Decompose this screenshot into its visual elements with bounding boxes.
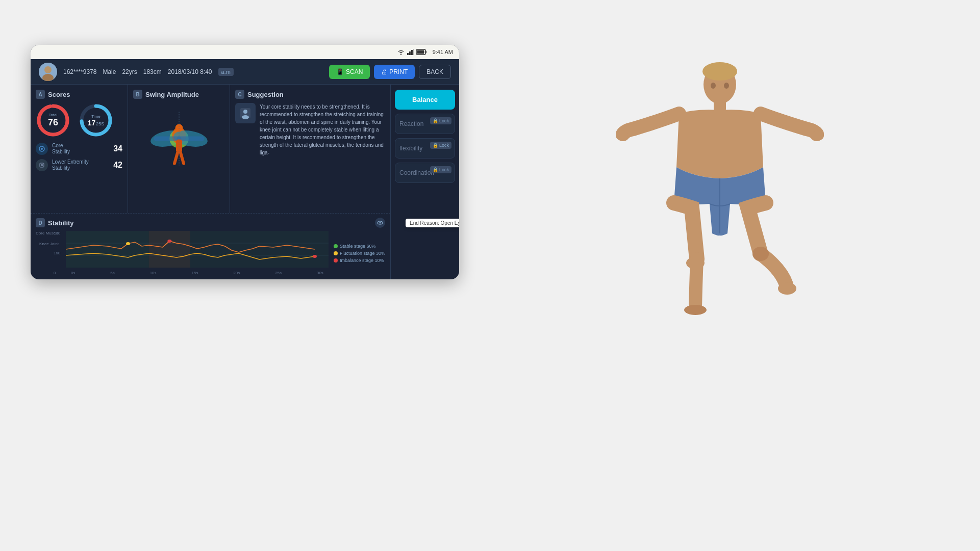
svg-rect-37 <box>66 231 149 268</box>
height: 183cm <box>143 68 162 75</box>
svg-point-16 <box>41 148 43 150</box>
legend-stable: Stable stage 60% <box>334 244 385 249</box>
print-button[interactable]: 🖨 PRINT <box>374 65 415 79</box>
svg-point-0 <box>400 54 401 55</box>
svg-rect-3 <box>411 50 413 55</box>
header-buttons: 📱 SCAN 🖨 PRINT BACK <box>329 65 451 79</box>
status-icons <box>397 49 428 55</box>
gender: Male <box>103 68 116 75</box>
content-columns: A Scores Total <box>31 85 390 279</box>
stability-chart: Core Muscle Knee Joint 180 160 0 <box>36 231 385 275</box>
svg-line-27 <box>174 153 178 164</box>
scores-header: A Scores <box>36 90 122 99</box>
back-button[interactable]: BACK <box>419 65 451 79</box>
lower-extremity-icon <box>36 159 48 171</box>
swing-title: Swing Amplitude <box>145 91 199 98</box>
stability-header: D Stability End Reason: Open Eyes <box>36 218 385 228</box>
svg-rect-26 <box>176 140 182 153</box>
lower-extremity-value: 42 <box>113 161 122 170</box>
user-id: 162****9378 <box>63 68 96 75</box>
battery-icon <box>416 49 428 55</box>
scores-title: Scores <box>48 91 70 98</box>
svg-rect-4 <box>413 49 414 55</box>
coordination-lock-badge: 🔒 Lock <box>430 166 451 173</box>
svg-point-32 <box>242 115 249 119</box>
suggestion-section: C Suggestion Your core st <box>230 85 390 213</box>
date: 2018/03/10 8:40 <box>168 68 212 75</box>
wifi-icon <box>397 49 405 55</box>
suggestion-icon <box>235 103 256 123</box>
svg-point-40 <box>126 242 130 245</box>
chart-legend: Stable stage 60% Fluctuation stage 30% I… <box>334 231 385 275</box>
svg-rect-18 <box>41 164 43 166</box>
body-figure <box>459 45 980 340</box>
total-value: 76 <box>48 117 58 127</box>
chart-wrapper: 180 160 0 <box>66 231 329 275</box>
svg-rect-6 <box>425 51 426 54</box>
core-stability-value: 34 <box>113 144 122 153</box>
svg-point-53 <box>724 83 729 89</box>
suggestion-box: Your core stability needs to be strength… <box>235 103 385 185</box>
core-stability-label: CoreStability <box>52 143 109 155</box>
stability-title: Stability <box>48 219 74 227</box>
app-panel: 9:41 AM 162****9378 Male 22yrs 183cm 201… <box>31 45 459 279</box>
end-reason-container: End Reason: Open Eyes <box>375 218 385 228</box>
svg-line-28 <box>181 153 184 164</box>
imbalance-dot <box>334 258 338 263</box>
flexibility-lock-badge: 🔒 Lock <box>430 142 451 149</box>
stability-section: D Stability End Reason: Open Eyes Cor <box>31 213 390 279</box>
status-time: 9:41 AM <box>433 49 453 55</box>
scores-section: A Scores Total <box>31 85 128 213</box>
stable-label: Stable stage 60% <box>340 244 376 249</box>
lock-icon-coordination: 🔒 <box>433 167 438 172</box>
total-gauge: Total 76 <box>36 103 70 138</box>
svg-rect-44 <box>714 101 726 111</box>
section-d-letter: D <box>36 218 45 227</box>
svg-point-51 <box>702 62 737 81</box>
print-icon: 🖨 <box>381 68 387 75</box>
y-axis-labels: 180 160 0 <box>54 231 60 275</box>
svg-point-48 <box>778 282 796 295</box>
core-stability-item: CoreStability 34 <box>36 143 122 155</box>
stability-chart-svg <box>66 231 329 268</box>
scan-icon: 📱 <box>336 68 344 75</box>
lower-extremity-item: Lower ExtremityStability 42 <box>36 159 122 171</box>
core-stability-icon <box>36 143 48 155</box>
coordination-button[interactable]: Coordination 🔒 Lock <box>395 163 455 183</box>
status-bar: 9:41 AM <box>31 45 459 59</box>
svg-rect-39 <box>190 231 329 268</box>
balance-button[interactable]: Balance <box>395 90 455 110</box>
end-reason-label: End Reason: Open Eyes <box>406 219 459 227</box>
total-label: Total <box>48 113 58 117</box>
suggestion-header: C Suggestion <box>235 90 385 99</box>
human-body-svg <box>613 55 827 340</box>
svg-point-9 <box>44 66 52 73</box>
svg-rect-2 <box>409 51 411 55</box>
signal-icon <box>407 49 414 55</box>
svg-rect-1 <box>407 53 409 55</box>
svg-point-42 <box>313 255 317 258</box>
eye-icon-btn[interactable] <box>375 218 385 228</box>
scan-button[interactable]: 📱 SCAN <box>329 65 370 79</box>
svg-point-52 <box>711 83 716 89</box>
legend-fluctuation: Fluctuation stage 30% <box>334 251 385 256</box>
svg-point-45 <box>616 130 628 141</box>
lower-extremity-label: Lower ExtremityStability <box>52 159 109 171</box>
svg-rect-7 <box>417 50 424 54</box>
svg-point-41 <box>167 240 171 243</box>
time-gauge: Time 17 25S <box>79 103 113 138</box>
svg-rect-38 <box>149 231 190 268</box>
svg-point-34 <box>380 222 381 224</box>
suggestion-text: Your core stability needs to be strength… <box>260 103 385 185</box>
flexibility-button[interactable]: flexibility 🔒 Lock <box>395 138 455 159</box>
time-label: Time <box>88 114 105 119</box>
right-nav-panel: Balance Reaction 🔒 Lock flexibility 🔒 Lo… <box>390 85 459 279</box>
reaction-button[interactable]: Reaction 🔒 Lock <box>395 114 455 134</box>
svg-point-31 <box>243 110 247 114</box>
imbalance-label: Imbalance stage 10% <box>340 258 384 263</box>
fluctuation-label: Fluctuation stage 30% <box>340 251 385 256</box>
swing-section: B Swing Amplitude <box>128 85 230 213</box>
scores-content: Total 76 Time <box>36 103 122 138</box>
suggestion-title: Suggestion <box>247 91 284 98</box>
lock-icon-reaction: 🔒 <box>433 118 438 123</box>
